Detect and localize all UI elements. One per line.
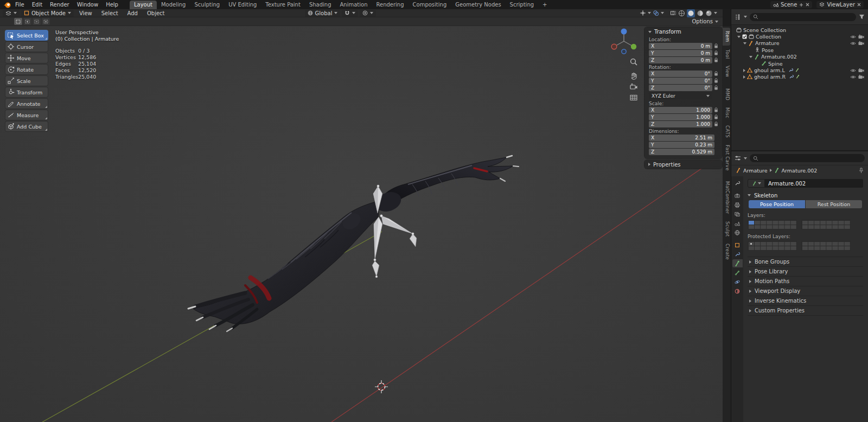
menu-file[interactable]: File xyxy=(11,1,28,8)
workspace-tab-texture-paint[interactable]: Texture Paint xyxy=(261,1,305,9)
workspace-tab-geometry-nodes[interactable]: Geometry Nodes xyxy=(451,1,505,9)
object-tab[interactable] xyxy=(732,241,743,249)
shading-rendered-icon[interactable] xyxy=(705,10,712,17)
physics-tab[interactable] xyxy=(732,278,743,286)
delete-scene-icon[interactable] xyxy=(806,3,809,7)
viewport-canvas[interactable] xyxy=(0,26,723,422)
menu-view[interactable]: View xyxy=(75,10,96,17)
tool-annotate[interactable]: Annotate xyxy=(5,98,48,109)
active-layer-cell[interactable] xyxy=(749,221,754,225)
ghoul-arm-left-mesh[interactable] xyxy=(188,201,380,331)
lock-scale-y-icon[interactable] xyxy=(712,114,720,120)
rotation-y-field[interactable]: Y0° xyxy=(649,78,712,84)
workspace-tab-modeling[interactable]: Modeling xyxy=(157,1,190,9)
menu-select[interactable]: Select xyxy=(98,10,122,17)
rotation-z-field[interactable]: Z0° xyxy=(649,85,712,91)
camera-view-icon[interactable] xyxy=(629,82,639,92)
navigation-gizmo[interactable] xyxy=(607,26,641,59)
proportional-edit-control[interactable] xyxy=(360,10,376,17)
menu-object[interactable]: Object xyxy=(143,10,169,17)
lock-location-x-icon[interactable] xyxy=(712,43,720,49)
outliner-editor-icon[interactable] xyxy=(735,14,741,20)
sidebar-tab-mmd[interactable]: MMD xyxy=(723,85,730,104)
scene-tab[interactable] xyxy=(732,219,743,227)
shading-wireframe-icon[interactable] xyxy=(678,10,685,17)
hide-in-viewport-eye-icon[interactable] xyxy=(850,75,856,79)
panel-motion-paths[interactable]: Motion Paths xyxy=(748,276,863,286)
tool-transform[interactable]: Transform xyxy=(5,87,48,98)
workspace-tab-rendering[interactable]: Rendering xyxy=(372,1,408,9)
scene-selector[interactable]: Scene xyxy=(770,1,813,8)
tool-move[interactable]: Move xyxy=(5,53,48,63)
shading-chevron-icon[interactable] xyxy=(714,12,717,14)
options-button[interactable]: Options xyxy=(692,18,718,24)
gizmo-x-axis[interactable] xyxy=(611,44,617,49)
location-z-field[interactable]: Z0 m xyxy=(649,57,712,63)
lock-scale-z-icon[interactable] xyxy=(712,122,720,127)
sidebar-tab-sculpt[interactable]: Sculpt xyxy=(723,218,730,240)
disable-in-render-camera-icon[interactable] xyxy=(858,74,864,79)
lock-rotation-z-icon[interactable] xyxy=(712,85,720,91)
gizmo-y-axis[interactable] xyxy=(631,44,636,49)
object-data-tab[interactable] xyxy=(732,259,743,267)
view-layer-tab[interactable] xyxy=(732,210,743,218)
protected-layers-grid-left[interactable] xyxy=(748,241,797,251)
lock-scale-x-icon[interactable] xyxy=(712,107,720,113)
gizmo-z-neg-axis[interactable] xyxy=(622,49,626,54)
select-mode-subtract-icon[interactable] xyxy=(33,18,41,25)
tool-scale[interactable]: Scale xyxy=(5,75,48,86)
toggle-grid-icon[interactable] xyxy=(629,93,639,103)
outliner-row-spine-bone[interactable]: Spine xyxy=(731,60,868,67)
disclosure-triangle-icon[interactable] xyxy=(743,42,746,44)
viewlayer-selector[interactable]: ViewLayer xyxy=(816,1,864,8)
sidebar-tab-tool[interactable]: Tool xyxy=(723,46,730,62)
outliner-row-armature-data[interactable]: Armature.002 xyxy=(731,54,868,60)
disclosure-triangle-icon[interactable] xyxy=(737,36,741,38)
dimensions-z-field[interactable]: Z0.529 m xyxy=(649,149,714,155)
disable-in-render-camera-icon[interactable] xyxy=(858,34,864,39)
dimensions-x-field[interactable]: X2.51 m xyxy=(649,135,714,141)
show-overlays-icon[interactable] xyxy=(653,10,659,16)
workspace-tab-shading[interactable]: Shading xyxy=(305,1,336,9)
workspace-tab-uv-editing[interactable]: UV Editing xyxy=(224,1,261,9)
outliner-row-ghoul-arm-r[interactable]: ghoul arm.R xyxy=(731,74,868,80)
material-tab[interactable] xyxy=(732,287,743,295)
pan-view-hand-icon[interactable] xyxy=(629,72,639,81)
lock-rotation-x-icon[interactable] xyxy=(712,71,720,76)
tool-rotate[interactable]: Rotate xyxy=(5,64,48,75)
hide-in-viewport-eye-icon[interactable] xyxy=(850,41,856,46)
hide-in-viewport-eye-icon[interactable] xyxy=(850,35,856,39)
viewport[interactable]: User Perspective (0) Collection | Armatu… xyxy=(0,26,723,422)
disclosure-triangle-icon[interactable] xyxy=(749,56,752,58)
tool-tab[interactable] xyxy=(732,179,743,187)
lock-rotation-y-icon[interactable] xyxy=(712,78,720,84)
rotation-mode-dropdown[interactable]: XYZ Euler xyxy=(649,92,712,99)
rotation-x-field[interactable]: X0° xyxy=(649,71,712,77)
transform-orientation-selector[interactable]: Global xyxy=(305,10,341,17)
sidebar-tab-create[interactable]: Create xyxy=(723,240,730,263)
tool-measure[interactable]: Measure xyxy=(5,110,48,120)
sidebar-tab-matcombiner[interactable]: MatCombiner xyxy=(723,178,730,217)
output-tab[interactable] xyxy=(732,201,743,209)
sidebar-tab-cats[interactable]: CATS xyxy=(723,122,730,141)
bone-layers-grid-right[interactable] xyxy=(801,220,851,229)
dimensions-y-field[interactable]: Y0.23 m xyxy=(649,142,714,148)
scale-z-field[interactable]: Z1.000 xyxy=(649,121,712,127)
rest-position-button[interactable]: Rest Position xyxy=(806,200,862,208)
sidebar-tab-misc[interactable]: Misc xyxy=(723,104,730,122)
outliner-row-ghoul-arm-l[interactable]: ghoul arm.L xyxy=(731,67,868,73)
zoom-view-icon[interactable] xyxy=(629,57,639,67)
armature-name-field[interactable]: Armature.002 xyxy=(765,179,863,188)
breadcrumb-object[interactable]: Armature xyxy=(743,168,768,174)
scale-x-field[interactable]: X1.000 xyxy=(649,107,712,113)
outliner-mode-chevron-icon[interactable] xyxy=(744,16,747,18)
protected-layers-grid-right[interactable] xyxy=(801,241,851,251)
show-gizmo-icon[interactable] xyxy=(640,10,646,16)
properties-editor-chevron-icon[interactable] xyxy=(744,157,747,159)
shading-material-icon[interactable] xyxy=(697,10,704,17)
lock-location-z-icon[interactable] xyxy=(712,57,720,63)
bone-tab[interactable] xyxy=(732,268,743,277)
properties-search-input[interactable] xyxy=(750,154,865,162)
outliner-search-input[interactable] xyxy=(750,13,856,21)
collection-checkbox-icon[interactable] xyxy=(742,34,747,39)
